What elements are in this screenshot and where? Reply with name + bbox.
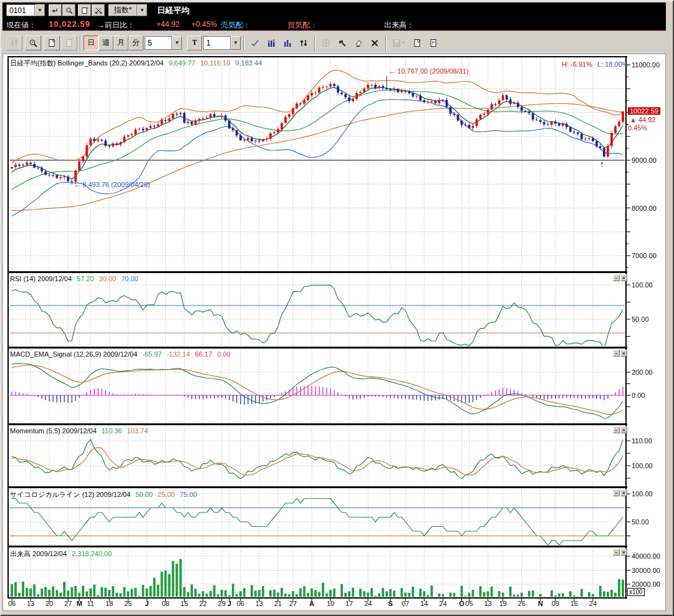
rsi-value: 57.20 — [77, 275, 94, 282]
momentum-panel-header: Momentum (5,5) 2009/12/04110.36103.74 — [10, 427, 148, 435]
psychological-panel-title: サイコロジカルライン (12) 2009/12/04 — [10, 491, 130, 498]
high-price-annotation: ← 10,767.00 (2009/08/31) — [388, 67, 468, 75]
psychological-value: 50.00 — [135, 491, 153, 498]
main-panel-header: 日経平均(指数) Bollinger_Bands (20,2) 2009/12/… — [10, 59, 262, 68]
psychological-lower-guide-value: 25.00 — [158, 491, 175, 498]
panel-plot-rsi[interactable] — [2, 273, 667, 347]
psychological-upper-guide-value: 75.00 — [180, 491, 197, 498]
bollinger-lower-value: 9,183.44 — [235, 59, 262, 67]
momentum-signal-value: 103.74 — [127, 427, 148, 435]
low-price-annotation: ← 8,493.76 (2009/04/28) — [74, 181, 150, 188]
rsi-lower-guide-value: 30.00 — [99, 275, 117, 282]
momentum-close-button[interactable]: × — [620, 426, 627, 433]
panel-plot-main[interactable] — [2, 57, 667, 271]
macd-zero-value: 0.00 — [217, 350, 230, 358]
rsi-upper-guide-value: 70.00 — [121, 275, 138, 282]
main-panel-title: 日経平均(指数) Bollinger_Bands (20,2) 2009/12/… — [10, 59, 163, 67]
momentum-minimize-button[interactable]: − — [613, 426, 620, 433]
chart-app-window: 0101 ▼ ↵ 指数* ▼ 日経平均 現在値： 10,022.59 →前日比：… — [0, 0, 674, 616]
bollinger-upper-value: 10,116.10 — [200, 59, 230, 67]
volume-panel-title: 出来高 2009/12/04 — [10, 550, 67, 557]
macd-minimize-button[interactable]: − — [613, 350, 620, 357]
macd-panel-header: MACD_EMA_Signal (12,26,9) 2009/12/04-65.… — [10, 350, 231, 358]
current-price-tag: 10022.59 — [628, 107, 660, 115]
momentum-panel-title: Momentum (5,5) 2009/12/04 — [10, 427, 97, 435]
rsi-panel-header: RSI (14) 2009/12/0457.2030.0070.00 — [10, 275, 138, 282]
rsi-close-button[interactable]: × — [620, 274, 627, 281]
macd-ema-value: -132.14 — [166, 350, 190, 358]
price-change-annotation: ▲ 44.92 — [630, 116, 655, 123]
volume-panel-header: 出来高 2009/12/042,318,240.00 — [10, 549, 112, 559]
price-percent-annotation: 0.45% — [628, 124, 647, 132]
volume-value: 2,318,240.00 — [72, 550, 112, 557]
psychological-close-button[interactable]: × — [620, 489, 627, 496]
volume-unit-box: x100 — [627, 588, 645, 596]
x-axis — [2, 597, 667, 610]
panel-plot-macd[interactable] — [2, 349, 667, 423]
momentum-value: 110.36 — [102, 427, 122, 435]
rsi-panel-title: RSI (14) 2009/12/04 — [10, 275, 72, 282]
psychological-panel-header: サイコロジカルライン (12) 2009/12/0450.0025.0075.0… — [10, 490, 197, 499]
psychological-minimize-button[interactable]: − — [613, 489, 620, 496]
rsi-minimize-button[interactable]: − — [613, 274, 620, 281]
bollinger-mid-value: 9,649.77 — [168, 59, 195, 67]
macd-close-button[interactable]: × — [620, 350, 627, 357]
chart-plot-layer — [2, 1, 667, 616]
macd-signal-value: 66.17 — [195, 350, 213, 358]
high-percent-annotation: H: -6.91% — [562, 60, 592, 68]
low-percent-annotation: L: 18.00% — [597, 60, 628, 68]
macd-panel-title: MACD_EMA_Signal (12,26,9) 2009/12/04 — [10, 350, 137, 358]
volume-close-button[interactable]: × — [620, 549, 627, 556]
macd-value: -65.97 — [142, 350, 161, 358]
up-arrow-marker: ↑ — [600, 159, 604, 169]
volume-minimize-button[interactable]: − — [613, 549, 620, 556]
